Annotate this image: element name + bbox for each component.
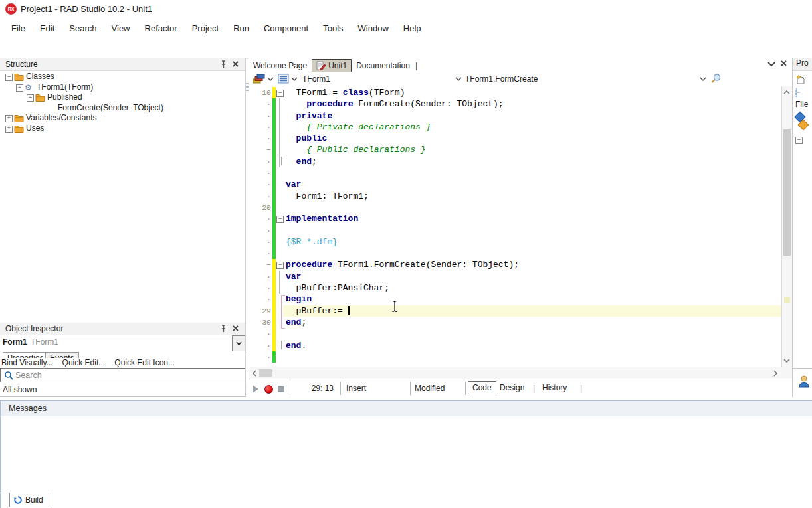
- horizontal-scroll-thumb[interactable]: [259, 369, 272, 377]
- vertical-scrollbar[interactable]: [781, 86, 793, 367]
- member-combo-caret[interactable]: [700, 77, 706, 81]
- tab-unit1[interactable]: Unit1: [312, 59, 352, 72]
- fold-collapse-box[interactable]: −: [276, 262, 284, 269]
- code-line[interactable]: ·begin: [249, 294, 781, 305]
- module-icon[interactable]: [253, 74, 266, 84]
- code-line[interactable]: ·: [249, 248, 781, 259]
- expand-box[interactable]: +: [5, 126, 13, 133]
- code-line[interactable]: · { Private declarations }: [249, 122, 781, 133]
- chevron-down-icon[interactable]: [291, 77, 298, 81]
- menu-item-edit[interactable]: Edit: [33, 19, 62, 39]
- tree-item-classes[interactable]: −Classes: [0, 72, 245, 82]
- vertical-scroll-thumb[interactable]: [783, 129, 791, 256]
- code-line[interactable]: ·: [249, 351, 781, 363]
- menu-item-search[interactable]: Search: [62, 19, 104, 39]
- tab-list-chevron-icon[interactable]: [767, 62, 775, 66]
- code-line[interactable]: · public: [249, 133, 781, 144]
- menu-item-component[interactable]: Component: [256, 19, 316, 39]
- code-line[interactable]: · private: [249, 110, 781, 122]
- fold-gutter: [276, 133, 284, 144]
- code-line[interactable]: · procedure FormCreate(Sender: TObject);: [249, 98, 781, 110]
- numbered-list-icon[interactable]: 1—2—3—: [795, 88, 805, 97]
- class-combo-caret[interactable]: [455, 77, 462, 81]
- svg-text:3—: 3—: [795, 94, 801, 98]
- property-search-input[interactable]: Search: [0, 368, 245, 382]
- scroll-down-icon[interactable]: [782, 356, 791, 365]
- collapse-box[interactable]: −: [16, 84, 23, 92]
- tab-welcome-page[interactable]: Welcome Page: [249, 60, 312, 72]
- play-icon: [253, 385, 258, 393]
- scroll-left-icon[interactable]: [250, 369, 259, 378]
- person-icon[interactable]: [798, 375, 810, 388]
- close-tab-icon[interactable]: [780, 60, 787, 67]
- code-line[interactable]: · pBuffer:PAnsiChar;: [249, 282, 781, 294]
- tab-documentation[interactable]: Documentation: [352, 60, 415, 72]
- pin-icon[interactable]: [220, 325, 228, 333]
- menu-item-run[interactable]: Run: [226, 19, 256, 39]
- code-line[interactable]: · Form1: TForm1;: [249, 191, 781, 202]
- view-tab-history[interactable]: History: [538, 382, 571, 393]
- quick-edit-icon-link[interactable]: Quick Edit Icon...: [114, 358, 175, 367]
- code-line[interactable]: ·−implementation: [249, 213, 781, 224]
- new-item-icon[interactable]: [795, 74, 805, 84]
- expand-box[interactable]: +: [5, 115, 13, 122]
- tree-item-variables-constants[interactable]: +Variables/Constants: [0, 113, 245, 124]
- code-text-area[interactable]: 10− TForm1 = class(TForm)· procedure For…: [249, 86, 781, 367]
- tab-events[interactable]: Events: [45, 352, 79, 358]
- code-line[interactable]: ·: [249, 225, 781, 236]
- code-line[interactable]: ·var: [249, 179, 781, 190]
- pin-icon[interactable]: [220, 60, 228, 68]
- scroll-up-icon[interactable]: [782, 88, 791, 97]
- close-icon[interactable]: [232, 325, 240, 333]
- fold-collapse-box[interactable]: −: [276, 90, 284, 97]
- tab-build[interactable]: Build: [9, 493, 49, 507]
- tab-properties[interactable]: Properties: [3, 352, 49, 358]
- editor-search-icon[interactable]: [711, 73, 722, 84]
- scroll-right-icon[interactable]: [771, 369, 780, 378]
- menu-item-window[interactable]: Window: [351, 19, 396, 39]
- collapse-box[interactable]: −: [27, 94, 34, 102]
- code-line-20[interactable]: 20: [249, 202, 781, 213]
- menu-item-help[interactable]: Help: [396, 19, 429, 39]
- code-line[interactable]: ·{$R *.dfm}: [249, 236, 781, 248]
- tree-item-uses[interactable]: +Uses: [0, 124, 245, 134]
- view-tab-design[interactable]: Design: [496, 382, 528, 393]
- code-line[interactable]: − { Public declarations }: [249, 144, 781, 155]
- structure-tree[interactable]: −Classes−⚙TForm1(TForm)−PublishedFormCre…: [0, 70, 245, 323]
- line-number-gutter: ·: [249, 191, 272, 202]
- menu-item-refactor[interactable]: Refactor: [138, 19, 185, 39]
- class-combo[interactable]: TForm1: [302, 74, 330, 84]
- object-inspector-header: Object Inspector: [0, 323, 245, 335]
- code-line-30[interactable]: 30end;: [249, 317, 781, 328]
- record-icon[interactable]: [264, 385, 273, 394]
- uses-list-icon[interactable]: [278, 74, 289, 84]
- tree-item-formcreate-sender-tobject-[interactable]: FormCreate(Sender: TObject): [0, 103, 245, 114]
- code-line[interactable]: · end;: [249, 156, 781, 167]
- selected-object-row[interactable]: Form1 TForm1: [0, 335, 245, 351]
- menu-item-project[interactable]: Project: [185, 19, 226, 39]
- collapse-box[interactable]: −: [795, 137, 803, 144]
- fold-collapse-box[interactable]: −: [276, 216, 284, 223]
- code-line[interactable]: ·: [249, 167, 781, 179]
- code-line[interactable]: −−procedure TForm1.FormCreate(Sender: TO…: [249, 259, 781, 270]
- view-tab-code[interactable]: Code: [468, 381, 496, 394]
- code-text: [284, 225, 286, 236]
- quick-edit-link[interactable]: Quick Edit...: [62, 358, 106, 367]
- code-line[interactable]: ·end.: [249, 340, 781, 351]
- collapse-box[interactable]: −: [5, 74, 13, 81]
- tree-item-tform1-tform-[interactable]: −⚙TForm1(TForm): [0, 82, 245, 93]
- code-line-29[interactable]: 29 pBuffer:=: [249, 305, 781, 317]
- object-selector-dropdown[interactable]: [232, 335, 245, 351]
- tree-item-published[interactable]: −Published: [0, 92, 245, 103]
- code-line[interactable]: ·var: [249, 271, 781, 282]
- menu-item-file[interactable]: File: [4, 19, 33, 39]
- close-icon[interactable]: [232, 60, 240, 68]
- menu-item-view[interactable]: View: [104, 19, 138, 39]
- member-combo[interactable]: TForm1.FormCreate: [465, 74, 538, 84]
- horizontal-scrollbar[interactable]: [249, 367, 781, 379]
- code-line[interactable]: ·: [249, 328, 781, 339]
- chevron-down-icon[interactable]: [267, 77, 274, 81]
- code-line-10[interactable]: 10− TForm1 = class(TForm): [249, 87, 781, 98]
- bind-visually-link[interactable]: Bind Visually...: [1, 358, 53, 367]
- menu-item-tools[interactable]: Tools: [316, 19, 350, 39]
